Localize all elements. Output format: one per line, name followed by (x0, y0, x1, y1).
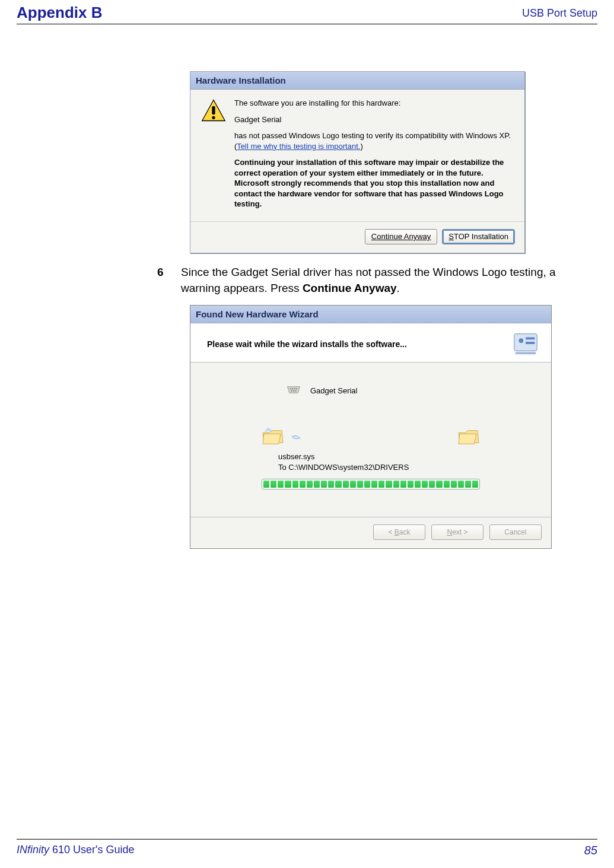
footer-title: INfinity 610 User's Guide (17, 844, 135, 857)
svg-point-11 (296, 388, 297, 389)
source-folder-icon (262, 427, 284, 448)
cancel-button: Cancel (489, 524, 542, 540)
found-new-hardware-wizard: Found New Hardware Wizard Please wait wh… (190, 305, 552, 549)
wizard-titlebar: Found New Hardware Wizard (190, 306, 551, 323)
back-rest: ack (399, 528, 411, 536)
device-line: Gadget Serial (285, 381, 527, 400)
svg-point-10 (294, 388, 295, 389)
svg-point-9 (292, 388, 293, 389)
svg-point-8 (290, 388, 291, 389)
page-header: Appendix B USB Port Setup (17, 4, 597, 22)
stop-installation-button[interactable]: STOP Installation (442, 229, 515, 244)
svg-point-4 (519, 338, 524, 343)
header-rule (17, 24, 597, 24)
svg-rect-1 (212, 106, 215, 115)
appendix-label: Appendix B (17, 4, 102, 22)
copy-animation-row (262, 427, 480, 448)
step-6: 6 Since the Gadget Serial driver has not… (157, 264, 578, 297)
step-text-bold: Continue Anyway (303, 282, 397, 294)
footer-italic: INfinity (17, 844, 49, 856)
step-body: Since the Gadget Serial driver has not p… (181, 264, 578, 297)
wizard-device-name: Gadget Serial (310, 386, 358, 395)
copy-file-name: usbser.sys (278, 452, 527, 462)
dialog-button-row: Continue Anyway STOP Installation (190, 221, 524, 253)
svg-rect-5 (526, 337, 535, 339)
continue-anyway-button[interactable]: Continue Anyway (365, 229, 437, 244)
footer-rest: 610 User's Guide (49, 844, 135, 856)
dialog-titlebar: Hardware Installation (190, 72, 524, 90)
warning-icon (201, 116, 226, 125)
progress-bar (262, 479, 480, 489)
bold-warning: Continuing your installation of this sof… (234, 157, 514, 209)
next-button: Next > (431, 524, 483, 540)
hardware-installation-dialog: Hardware Installation The software you a… (190, 71, 525, 253)
wizard-heading: Please wait while the wizard installs th… (207, 339, 407, 349)
svg-point-12 (291, 390, 292, 392)
wizard-content: Gadget Serial usbser.sys To C:\WINDOW (190, 363, 551, 517)
back-ul: B (395, 528, 399, 536)
serial-port-icon (285, 381, 302, 400)
svg-point-2 (212, 116, 215, 119)
svg-rect-6 (526, 342, 535, 344)
back-pre: < (388, 528, 394, 536)
intro-line: The software you are installing for this… (234, 98, 514, 109)
page-number: 85 (584, 844, 597, 857)
destination-folder-icon (457, 427, 480, 448)
flying-paper-icon (290, 434, 302, 448)
section-label: USB Port Setup (522, 7, 597, 22)
device-name: Gadget Serial (234, 115, 514, 125)
dialog-text: The software you are installing for this… (234, 98, 514, 215)
stop-rest: TOP Installation (454, 232, 508, 241)
hardware-icon (512, 329, 539, 358)
svg-point-14 (295, 390, 296, 392)
step-number: 6 (157, 264, 181, 297)
stop-ul: S (448, 232, 454, 241)
page-content: Hardware Installation The software you a… (157, 71, 578, 549)
back-button: < Back (373, 524, 425, 540)
logo-testing-link[interactable]: Tell me why this testing is important. (237, 142, 360, 151)
wizard-button-row: < Back Next > Cancel (190, 517, 551, 548)
footer-rule (17, 839, 597, 840)
next-ul: N (447, 528, 452, 536)
svg-point-13 (293, 390, 294, 392)
compat-para: has not passed Windows Logo testing to v… (234, 131, 514, 151)
step-text-b: . (397, 282, 400, 294)
copy-destination: To C:\WINDOWS\system32\DRIVERS (278, 462, 527, 473)
svg-rect-7 (516, 352, 536, 354)
warning-icon-col (201, 98, 234, 215)
compat-text-b: ) (360, 142, 362, 151)
page-footer: INfinity 610 User's Guide 85 (17, 844, 597, 857)
copy-labels: usbser.sys To C:\WINDOWS\system32\DRIVER… (278, 452, 527, 473)
dialog-body: The software you are installing for this… (190, 90, 524, 221)
continue-anyway-label: Continue Anyway (371, 232, 431, 241)
next-rest: ext > (452, 528, 467, 536)
source-group (262, 427, 302, 448)
wizard-header: Please wait while the wizard installs th… (190, 323, 551, 363)
